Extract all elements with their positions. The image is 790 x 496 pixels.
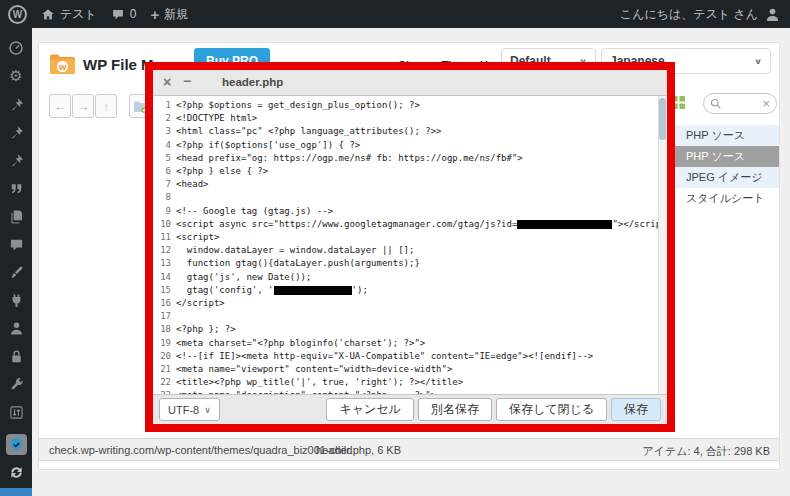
code-editor-area[interactable]: 1<?php $options = get_design_plus_option… [153, 96, 667, 394]
items-summary: アイテム: 4, 合計: 298 KB [642, 444, 770, 459]
cancel-button[interactable]: キャンセル [326, 398, 413, 421]
file-kind-label: PHP ソース [686, 149, 745, 164]
avatar-user-icon[interactable] [765, 7, 780, 22]
updates-refresh-icon[interactable] [2, 458, 30, 486]
code-lines: 1<?php $options = get_design_plus_option… [153, 99, 667, 394]
search-input[interactable]: × [703, 93, 777, 114]
lock-icon[interactable] [2, 342, 30, 370]
back-button[interactable]: ← [49, 94, 71, 118]
redacted-value [274, 286, 352, 295]
up-directory-button[interactable]: ↑ [95, 94, 117, 118]
howdy-greeting[interactable]: こんにちは、テスト さん [620, 6, 758, 23]
selected-file-info: header.php, 6 KB [316, 444, 401, 456]
scrollbar-thumb[interactable] [659, 98, 666, 140]
site-name: テスト [60, 6, 97, 23]
search-icon [710, 98, 722, 110]
appearance-brush-icon[interactable] [2, 258, 30, 286]
save-button[interactable]: 保存 [611, 398, 661, 421]
tools-wrench-icon[interactable] [2, 370, 30, 398]
plugins-plug-icon[interactable] [2, 286, 30, 314]
dashboard-icon[interactable] [2, 34, 30, 62]
forward-button[interactable]: → [72, 94, 94, 118]
pin-icon[interactable] [2, 118, 30, 146]
editor-scrollbar[interactable] [658, 96, 667, 394]
comments-link[interactable]: 0 [111, 7, 137, 21]
redacted-value [517, 220, 612, 229]
pin-icon[interactable] [2, 90, 30, 118]
minimize-icon[interactable]: − [183, 73, 191, 90]
site-home-link[interactable]: テスト [41, 6, 97, 23]
save-and-close-button[interactable]: 保存して閉じる [496, 398, 607, 421]
new-label: 新規 [164, 6, 188, 23]
dialog-titlebar[interactable]: × − header.php [153, 70, 667, 96]
wp-file-manager-folder-icon: W [49, 52, 76, 76]
admin-side-menu: ⚙ [0, 28, 32, 496]
encoding-select[interactable]: UTF-8 ∨ [159, 398, 220, 421]
comment-icon [111, 8, 125, 21]
sidebar-bottom-strip [0, 488, 32, 496]
chevron-down-icon: ∨ [754, 57, 762, 66]
wordpress-logo-icon[interactable]: W [8, 5, 27, 24]
gear-icon[interactable]: ⚙ [2, 62, 30, 90]
chevron-down-icon: ∨ [204, 405, 211, 415]
svg-text:W: W [59, 63, 67, 72]
users-icon[interactable] [2, 314, 30, 342]
pin-icon[interactable] [2, 146, 30, 174]
file-kind-label: JPEG イメージ [686, 170, 763, 185]
close-icon[interactable]: × [163, 74, 171, 91]
file-manager-shield-icon[interactable] [2, 430, 30, 458]
options-sliders-icon[interactable] [2, 398, 30, 426]
status-bar: check.wp-writing.com/wp-content/themes/q… [39, 438, 779, 461]
current-path: check.wp-writing.com/wp-content/themes/q… [49, 444, 352, 456]
pages-icon[interactable] [2, 202, 30, 230]
comments-icon[interactable] [2, 230, 30, 258]
comment-count: 0 [130, 7, 137, 21]
plus-icon: + [151, 7, 160, 22]
dialog-title: header.php [222, 76, 283, 88]
new-content-link[interactable]: + 新規 [151, 6, 189, 23]
dialog-footer: UTF-8 ∨ キャンセル 別名保存 保存して閉じる 保存 [153, 394, 667, 424]
code-editor-dialog: × − header.php 1<?php $options = get_des… [145, 62, 675, 432]
search-clear-icon[interactable]: × [762, 97, 770, 110]
file-kind-label: PHP ソース [686, 128, 745, 143]
file-kind-label: スタイルシート [686, 191, 765, 206]
save-as-button[interactable]: 別名保存 [418, 398, 492, 421]
home-icon [41, 8, 55, 21]
admin-bar: W テスト 0 + 新規 こんにちは、テスト さん [0, 0, 790, 28]
testimonial-quote-icon[interactable] [2, 174, 30, 202]
